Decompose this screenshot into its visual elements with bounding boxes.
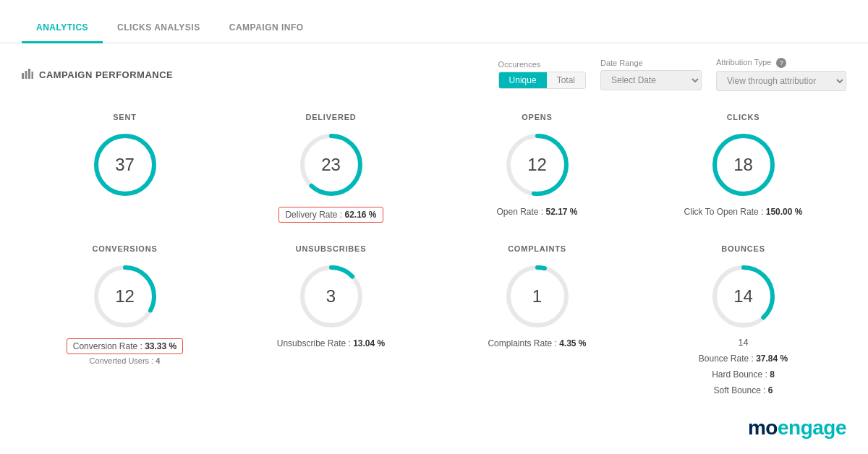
conversions-value: 12 [115, 286, 135, 307]
clicks-label: CLICKS [727, 113, 760, 121]
conversions-label: CONVERSIONS [92, 244, 157, 253]
bounces-hard-bounce: Hard Bounce : 8 [712, 369, 775, 380]
opens-label: OPENS [522, 113, 553, 121]
attribution-control: Attribution Type ? View through attribut… [716, 58, 846, 91]
opens-rate: Open Rate : 52.17 % [496, 207, 577, 217]
clicks-circle: 18 [707, 129, 780, 201]
metrics-row-1: SENT 37DELIVERED 23Delivery Rate : 62.16… [22, 106, 846, 237]
bounces-value: 14 [733, 286, 753, 307]
info-icon: ? [776, 58, 786, 68]
metric-bounces: BOUNCES 1414Bounce Rate : 37.84 % Hard B… [640, 237, 846, 410]
tab-campaign-info[interactable]: CAMPAIGN INFO [215, 15, 318, 43]
tab-clicks-analysis[interactable]: CLICKS ANALYSIS [103, 15, 215, 43]
occurrences-label: Occurences [498, 60, 586, 69]
section-title-group: CAMPAIGN PERFORMANCE [22, 69, 173, 81]
delivered-rate: Delivery Rate : 62.16 % [278, 207, 383, 223]
clicks-rate: Click To Open Rate : 150.00 % [684, 207, 803, 217]
svg-rect-2 [28, 69, 30, 79]
delivered-label: DELIVERED [305, 113, 356, 121]
opens-value: 12 [527, 155, 547, 175]
logo: moengage [748, 416, 846, 440]
complaints-rate: Complaints Rate : 4.35 % [488, 338, 586, 348]
sent-circle: 37 [89, 129, 161, 201]
metric-delivered: DELIVERED 23Delivery Rate : 62.16 % [228, 106, 434, 237]
metrics-row-2: CONVERSIONS 12Conversion Rate : 33.33 %C… [22, 237, 846, 410]
metric-unsubscribes: UNSUBSCRIBES 3Unsubscribe Rate : 13.04 % [228, 237, 434, 410]
section-title: CAMPAIGN PERFORMANCE [39, 69, 173, 80]
clicks-value: 18 [733, 155, 753, 175]
conversions-rate: Conversion Rate : 33.33 % [67, 338, 183, 354]
opens-circle: 12 [501, 129, 574, 201]
date-range-label: Date Range [600, 59, 702, 67]
attribution-label: Attribution Type ? [716, 58, 846, 68]
date-range-control: Date Range Select Date [600, 59, 702, 90]
sent-value: 37 [115, 155, 135, 175]
section-header: CAMPAIGN PERFORMANCE Occurences Unique T… [22, 58, 846, 91]
controls-group: Occurences Unique Total Date Range Selec… [498, 58, 846, 91]
logo-area: moengage [748, 416, 846, 440]
toggle-group: Unique Total [498, 72, 586, 89]
bounces-circle: 14 [707, 260, 780, 333]
main-content: CAMPAIGN PERFORMANCE Occurences Unique T… [0, 43, 868, 424]
occurrences-control: Occurences Unique Total [498, 60, 586, 89]
unsubscribes-rate: Unsubscribe Rate : 13.04 % [277, 338, 385, 348]
conversions-circle: 12 [89, 260, 161, 333]
svg-rect-3 [32, 72, 34, 79]
logo-teal: engage [778, 416, 846, 439]
attribution-select[interactable]: View through attributior [716, 71, 846, 91]
tab-analytics[interactable]: ANALYTICS [22, 15, 103, 43]
metric-clicks: CLICKS 18Click To Open Rate : 150.00 % [640, 106, 846, 237]
bounces-label: BOUNCES [721, 244, 765, 253]
svg-rect-1 [25, 71, 27, 79]
delivered-value: 23 [321, 155, 341, 175]
top-nav: ANALYTICS CLICKS ANALYSIS CAMPAIGN INFO [0, 0, 868, 43]
date-select[interactable]: Select Date [600, 70, 702, 90]
metric-conversions: CONVERSIONS 12Conversion Rate : 33.33 %C… [22, 237, 228, 410]
metric-complaints: COMPLAINTS 1Complaints Rate : 4.35 % [434, 237, 640, 410]
metric-sent: SENT 37 [22, 106, 228, 237]
unsubscribes-value: 3 [326, 286, 336, 307]
complaints-value: 1 [532, 286, 542, 307]
delivered-circle: 23 [295, 129, 367, 201]
svg-rect-0 [22, 73, 24, 79]
bounces-bounce-details: Hard Bounce : 8 Soft Bounce : 6 [712, 364, 775, 395]
conversions-sub: Converted Users : 4 [90, 356, 161, 365]
unique-btn[interactable]: Unique [499, 72, 547, 88]
sent-label: SENT [113, 113, 137, 121]
unsubscribes-circle: 3 [295, 260, 367, 333]
complaints-label: COMPLAINTS [508, 244, 566, 253]
bounces-rate: Bounce Rate : 37.84 % [699, 354, 788, 364]
bounces-extra-num: 14 [738, 337, 748, 348]
bounces-soft-bounce: Soft Bounce : 6 [712, 385, 775, 395]
metric-opens: OPENS 12Open Rate : 52.17 % [434, 106, 640, 237]
unsubscribes-label: UNSUBSCRIBES [296, 244, 367, 253]
total-btn[interactable]: Total [547, 72, 585, 88]
bar-chart-icon [22, 69, 33, 81]
logo-dark: mo [748, 416, 778, 439]
complaints-circle: 1 [501, 260, 574, 333]
